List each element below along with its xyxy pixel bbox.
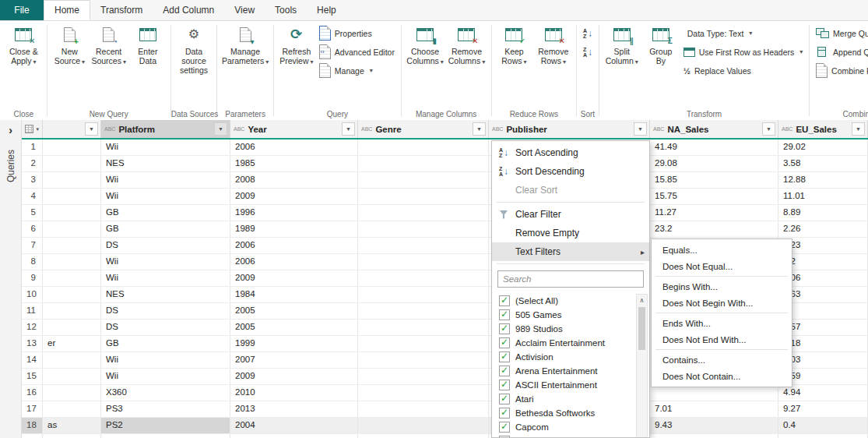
button-sort-ascending[interactable]: AZ↓	[581, 25, 595, 41]
filter-button[interactable]: ▼	[342, 122, 355, 136]
table-cell[interactable]: 2.26	[778, 221, 868, 237]
filter-value-item[interactable]: ✓Activision	[492, 350, 635, 364]
table-cell[interactable]	[43, 352, 101, 368]
table-cell[interactable]: DS	[101, 320, 230, 335]
filter-search-input[interactable]	[497, 270, 644, 288]
table-cell[interactable]: 1985	[230, 156, 358, 171]
row-number[interactable]: 4	[22, 189, 43, 204]
row-number[interactable]: 7	[22, 238, 43, 253]
row-number[interactable]: 19	[22, 434, 43, 438]
table-cell[interactable]: 2010	[230, 385, 358, 401]
table-cell[interactable]: 7.01	[650, 401, 778, 417]
filter-button[interactable]: ▼	[214, 122, 227, 136]
table-cell[interactable]: GB	[101, 221, 230, 237]
filter-value-item[interactable]: ✓Bethesda Softworks	[492, 406, 635, 420]
table-cell[interactable]	[358, 385, 489, 401]
filter-value-item[interactable]: ✓Arena Entertainment	[492, 364, 635, 378]
table-cell[interactable]	[43, 270, 101, 286]
checkbox-checked-icon[interactable]: ✓	[499, 380, 510, 390]
filter-value-item[interactable]: ✓(Select All)	[492, 294, 635, 308]
table-cell[interactable]: NES	[101, 156, 230, 171]
table-cell[interactable]	[43, 172, 101, 188]
filter-value-item[interactable]: ✓Acclaim Entertainment	[492, 336, 635, 350]
checkbox-checked-icon[interactable]: ✓	[499, 394, 510, 404]
table-cell[interactable]: PS2	[101, 418, 230, 433]
button-remove-columns[interactable]: ✕Remove Columns▾	[446, 23, 487, 69]
table-cell[interactable]	[43, 369, 101, 384]
submenu-item-does-not-begin-with[interactable]: Does Not Begin With...	[652, 295, 792, 311]
table-cell[interactable]: DS	[101, 238, 230, 253]
table-cell[interactable]	[650, 385, 778, 401]
table-cell[interactable]: 3.58	[778, 156, 868, 171]
row-number[interactable]: 10	[22, 287, 43, 302]
table-cell[interactable]: 29.08	[650, 156, 778, 171]
table-cell[interactable]	[358, 369, 489, 384]
button-properties[interactable]: Properties	[317, 25, 397, 41]
button-replace-values[interactable]: ½Replace Values	[681, 62, 806, 79]
table-cell[interactable]: GB	[101, 205, 230, 221]
table-cell[interactable]	[358, 156, 489, 171]
table-cell[interactable]: PS3	[101, 401, 230, 417]
row-number[interactable]: 17	[22, 401, 43, 417]
row-number[interactable]: 11	[22, 303, 43, 319]
table-cell[interactable]: 12.88	[778, 172, 868, 188]
menu-item-remove-empty[interactable]: Remove Empty	[492, 224, 649, 242]
table-cell[interactable]: 8.89	[778, 205, 868, 221]
table-cell[interactable]: 0.4	[778, 418, 868, 433]
column-header-eu-sales[interactable]: ABCEU_Sales▼	[778, 120, 868, 138]
filter-value-item[interactable]: ✓989 Studios	[492, 322, 635, 336]
button-refresh-preview[interactable]: ⟳Refresh Preview▾	[278, 23, 315, 69]
queries-pane-collapsed[interactable]: › Queries	[0, 120, 22, 438]
submenu-item-does-not-contain[interactable]: Does Not Contain...	[652, 368, 792, 384]
table-cell[interactable]	[43, 303, 101, 319]
table-cell[interactable]: Wii	[101, 254, 230, 270]
table-cell[interactable]	[358, 254, 489, 270]
menu-item-sort-descending[interactable]: ZA↓Sort Descending	[492, 162, 649, 181]
row-number[interactable]: 12	[22, 320, 43, 335]
button-remove-rows[interactable]: ✕Remove Rows▾	[534, 23, 572, 69]
column-header-publisher[interactable]: ABCPublisher▼	[489, 120, 650, 138]
table-cell[interactable]	[43, 205, 101, 221]
table-cell[interactable]: 2008	[230, 172, 358, 188]
button-manage[interactable]: Manage▾	[317, 62, 397, 79]
table-cell[interactable]	[43, 434, 101, 438]
table-cell[interactable]	[358, 401, 489, 417]
menu-item-text-filters[interactable]: Text Filters▸	[492, 242, 649, 261]
table-cell[interactable]: 2009	[230, 270, 358, 286]
table-cell[interactable]: 1990	[230, 434, 358, 438]
filter-value-item[interactable]: ✓Codemasters	[492, 434, 635, 438]
table-cell[interactable]: as	[43, 418, 101, 433]
table-cell[interactable]: 12.78	[650, 434, 778, 438]
filter-button[interactable]: ▼	[85, 122, 98, 136]
button-append-queries[interactable]: Append Queries▾	[814, 44, 868, 60]
table-cell[interactable]	[43, 320, 101, 335]
tab-home[interactable]: Home	[44, 0, 90, 20]
table-cell[interactable]: 2006	[230, 238, 358, 253]
row-number[interactable]: 6	[22, 221, 43, 237]
table-cell[interactable]	[358, 287, 489, 302]
table-cell[interactable]: Wii	[101, 352, 230, 368]
file-tab[interactable]: File	[0, 0, 44, 20]
submenu-item-begins-with[interactable]: Begins With...	[652, 278, 792, 295]
checkbox-checked-icon[interactable]: ✓	[499, 309, 510, 320]
table-cell[interactable]: Wii	[101, 172, 230, 188]
button-close-apply[interactable]: ✕Close & Apply▾	[5, 23, 43, 69]
table-cell[interactable]	[43, 254, 101, 270]
table-cell[interactable]: SNES	[101, 434, 230, 438]
table-cell[interactable]	[358, 418, 489, 433]
submenu-item-contains[interactable]: Contains...	[652, 351, 792, 368]
table-cell[interactable]: Wii	[101, 189, 230, 204]
row-number[interactable]: 16	[22, 385, 43, 401]
table-cell[interactable]: DS	[101, 303, 230, 319]
table-cell[interactable]	[358, 352, 489, 368]
table-cell[interactable]: er	[43, 336, 101, 351]
table-cell[interactable]	[43, 156, 101, 171]
tab-transform[interactable]: Transform	[90, 0, 153, 20]
button-data-source-settings[interactable]: ⚙Data source settings	[175, 23, 213, 77]
table-cell[interactable]	[43, 221, 101, 237]
table-cell[interactable]: 2005	[230, 303, 358, 319]
filter-value-item[interactable]: ✓ASCII Entertainment	[492, 378, 635, 392]
table-cell[interactable]: 9.27	[778, 401, 868, 417]
expand-pane-icon[interactable]: ›	[0, 120, 21, 140]
table-cell[interactable]: Wii	[101, 140, 230, 155]
